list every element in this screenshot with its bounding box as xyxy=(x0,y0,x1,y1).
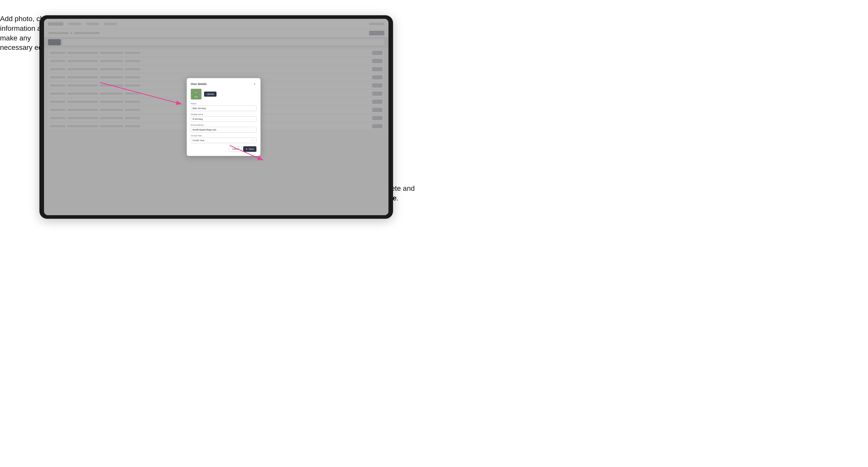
user-details-modal: User details × Upload Name xyxy=(187,78,260,156)
school-year-select-wrapper: × ⌄ xyxy=(191,137,256,143)
chevron-down-icon[interactable]: ⌄ xyxy=(254,139,255,142)
photo-section: Upload xyxy=(191,89,256,99)
save-button[interactable]: ⬆ Save xyxy=(243,146,256,152)
profile-photo xyxy=(191,89,202,99)
tablet-frame: User details × Upload Name xyxy=(39,15,393,219)
close-icon[interactable]: × xyxy=(253,82,256,86)
email-input[interactable] xyxy=(191,127,256,132)
email-label: Email address xyxy=(191,124,256,126)
tablet-screen: User details × Upload Name xyxy=(44,19,389,215)
save-icon: ⬆ xyxy=(246,148,248,150)
modal-title: User details xyxy=(191,83,207,86)
select-clear-icon[interactable]: × xyxy=(251,139,252,142)
display-name-input[interactable] xyxy=(191,116,256,122)
email-field-group: Email address xyxy=(191,124,256,132)
school-year-field-group: School Year × ⌄ xyxy=(191,134,256,143)
cancel-button[interactable]: Cancel xyxy=(229,146,242,152)
upload-photo-button[interactable]: Upload xyxy=(204,92,216,97)
name-field-group: Name xyxy=(191,102,256,111)
display-name-label: Display name xyxy=(191,113,256,116)
profile-photo-image xyxy=(193,90,200,98)
svg-point-1 xyxy=(195,91,197,94)
display-name-field-group: Display name xyxy=(191,113,256,122)
name-input[interactable] xyxy=(191,105,256,111)
modal-header: User details × xyxy=(191,82,256,86)
school-year-input[interactable] xyxy=(191,137,256,143)
school-year-label: School Year xyxy=(191,134,256,137)
modal-footer: Cancel ⬆ Save xyxy=(191,146,256,152)
name-label: Name xyxy=(191,102,256,105)
